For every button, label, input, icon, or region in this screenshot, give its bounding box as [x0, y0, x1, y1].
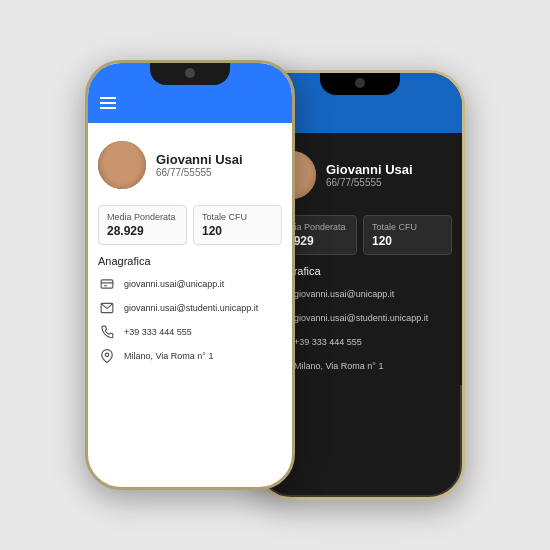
- section-title-anagrafica-light: Anagrafica: [98, 255, 282, 267]
- profile-info-dark: Giovanni Usai 66/77/55555: [326, 162, 452, 188]
- info-row-3-dark: Milano, Via Roma n° 1: [268, 357, 452, 375]
- screen-light: Giovanni Usai 66/77/55555 Media Ponderat…: [88, 63, 292, 487]
- stats-row-dark: Media Ponderata 28.929 Totale CFU 120: [268, 215, 452, 255]
- phone-icon-light: [98, 323, 116, 341]
- power-button-dark: [463, 173, 465, 223]
- info-row-1-dark: giovanni.usai@studenti.unicapp.it: [268, 309, 452, 327]
- info-row-0-light: giovanni.usai@unicapp.it: [98, 275, 282, 293]
- id-card-icon-light: [98, 275, 116, 293]
- info-text-2-light: +39 333 444 555: [124, 327, 192, 337]
- info-row-2-light: +39 333 444 555: [98, 323, 282, 341]
- profile-id-light: 66/77/55555: [156, 167, 282, 178]
- avatar-light: [98, 141, 146, 189]
- svg-rect-0: [101, 280, 113, 288]
- info-row-1-light: giovanni.usai@studenti.unicapp.it: [98, 299, 282, 317]
- stat-card-cfu-dark: Totale CFU 120: [363, 215, 452, 255]
- stat-label-cfu-light: Totale CFU: [202, 212, 273, 222]
- info-list-light: giovanni.usai@unicapp.it giovanni.usai@s…: [98, 275, 282, 365]
- stat-label-media-light: Media Ponderata: [107, 212, 178, 222]
- stat-value-media-light: 28.929: [107, 224, 178, 238]
- camera-light: [185, 68, 195, 78]
- svg-point-4: [105, 353, 109, 357]
- info-row-0-dark: giovanni.usai@unicapp.it: [268, 285, 452, 303]
- info-text-3-dark: Milano, Via Roma n° 1: [294, 361, 383, 371]
- location-icon-light: [98, 347, 116, 365]
- info-text-3-light: Milano, Via Roma n° 1: [124, 351, 213, 361]
- phones-container: Giovanni Usai 66/77/55555 Media Ponderat…: [85, 50, 465, 500]
- hamburger-icon-light[interactable]: [100, 97, 116, 109]
- vol-up-button-light: [85, 179, 87, 207]
- side-buttons-right-dark: [463, 173, 465, 223]
- info-text-0-light: giovanni.usai@unicapp.it: [124, 279, 224, 289]
- info-text-0-dark: giovanni.usai@unicapp.it: [294, 289, 394, 299]
- info-row-3-light: Milano, Via Roma n° 1: [98, 347, 282, 365]
- profile-id-dark: 66/77/55555: [326, 177, 452, 188]
- info-text-2-dark: +39 333 444 555: [294, 337, 362, 347]
- stat-value-cfu-dark: 120: [372, 234, 443, 248]
- info-text-1-light: giovanni.usai@studenti.unicapp.it: [124, 303, 258, 313]
- stat-card-cfu-light: Totale CFU 120: [193, 205, 282, 245]
- stat-value-cfu-light: 120: [202, 224, 273, 238]
- camera-dark: [355, 78, 365, 88]
- stat-label-cfu-dark: Totale CFU: [372, 222, 443, 232]
- side-buttons-left-light: [85, 143, 87, 243]
- profile-card-light: Giovanni Usai 66/77/55555: [98, 133, 282, 197]
- info-row-2-dark: +39 333 444 555: [268, 333, 452, 351]
- side-buttons-right-light: [293, 163, 295, 213]
- profile-name-dark: Giovanni Usai: [326, 162, 452, 177]
- section-title-anagrafica-dark: Anagrafica: [268, 265, 452, 277]
- info-text-1-dark: giovanni.usai@studenti.unicapp.it: [294, 313, 428, 323]
- phone-light: Giovanni Usai 66/77/55555 Media Ponderat…: [85, 60, 295, 490]
- stat-card-media-light: Media Ponderata 28.929: [98, 205, 187, 245]
- vol-down-button-light: [85, 215, 87, 243]
- profile-info-light: Giovanni Usai 66/77/55555: [156, 152, 282, 178]
- avatar-img-light: [98, 141, 146, 189]
- info-list-dark: giovanni.usai@unicapp.it giovanni.usai@s…: [268, 285, 452, 375]
- mute-button-light: [85, 143, 87, 171]
- stats-row-light: Media Ponderata 28.929 Totale CFU 120: [98, 205, 282, 245]
- email-icon-light: [98, 299, 116, 317]
- power-button-light: [293, 163, 295, 213]
- content-light: Giovanni Usai 66/77/55555 Media Ponderat…: [88, 123, 292, 375]
- profile-card-dark: Giovanni Usai 66/77/55555: [268, 143, 452, 207]
- profile-name-light: Giovanni Usai: [156, 152, 282, 167]
